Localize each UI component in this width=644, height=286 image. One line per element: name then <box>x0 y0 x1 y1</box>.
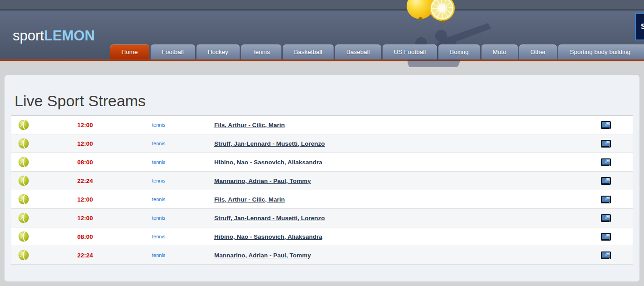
stream-row: 12:00 tennis Struff, Jan-Lennard - Muset… <box>11 134 633 153</box>
sport-label-link[interactable]: tennis <box>152 234 165 239</box>
tennis-ball-icon <box>18 175 29 186</box>
nav-tab-basketball[interactable]: Basketball <box>283 44 334 59</box>
tennis-ball-icon <box>18 231 29 242</box>
tv-icon[interactable] <box>601 196 611 203</box>
search-box-fragment-text: S <box>641 22 644 31</box>
stream-row: 22:24 tennis Mannarino, Adrian - Paul, T… <box>11 246 633 265</box>
tennis-ball-icon <box>18 250 29 261</box>
site-logo[interactable]: sportLEMON <box>13 28 95 44</box>
tv-icon[interactable] <box>601 214 611 222</box>
sport-icon-cell <box>11 138 52 149</box>
streams-table: 12:00 tennis Fils, Arthur - Cilic, Marin <box>11 115 633 265</box>
sport-icon-cell <box>11 250 52 261</box>
match-link[interactable]: Struff, Jan-Lennard - Musetti, Lorenzo <box>214 140 325 147</box>
stream-row: 08:00 tennis Hibino, Nao - Sasnovich, Al… <box>11 153 633 172</box>
tennis-ball-icon <box>18 138 29 149</box>
sport-label-link[interactable]: tennis <box>152 252 165 258</box>
stream-row: 12:00 tennis Fils, Arthur - Cilic, Marin <box>11 116 633 134</box>
match-link[interactable]: Fils, Arthur - Cilic, Marin <box>214 196 285 203</box>
match-link[interactable]: Mannarino, Adrian - Paul, Tommy <box>214 252 311 259</box>
logo-text-lemon: LEMON <box>44 28 95 44</box>
match-time: 08:00 <box>52 159 118 166</box>
nav-tab-sporting-body-building[interactable]: Sporting body building <box>558 44 644 59</box>
half-lemon-icon <box>429 0 455 21</box>
match-time: 22:24 <box>52 252 118 259</box>
logo-text-sport: sport <box>13 28 44 44</box>
content-panel: Live Sport Streams 12:00 tennis Fils, Ar… <box>5 75 639 281</box>
tennis-ball-icon <box>18 119 29 130</box>
top-strip <box>0 0 644 10</box>
nav-tab-baseball[interactable]: Baseball <box>335 44 381 59</box>
stream-cell <box>601 251 633 259</box>
nav-tab-other[interactable]: Other <box>519 44 557 59</box>
tv-icon[interactable] <box>601 140 611 148</box>
match-time: 12:00 <box>52 196 118 203</box>
match-link[interactable]: Mannarino, Adrian - Paul, Tommy <box>214 178 311 184</box>
tennis-ball-icon <box>18 212 29 223</box>
match-link[interactable]: Struff, Jan-Lennard - Musetti, Lorenzo <box>214 215 325 222</box>
nav-tab-boxing[interactable]: Boxing <box>438 44 480 59</box>
nav-tab-tennis[interactable]: Tennis <box>241 44 281 59</box>
tv-icon[interactable] <box>601 233 611 241</box>
sport-icon-cell <box>11 231 52 242</box>
site-header: sportLEMON HomeFootballHockeyTennisBaske… <box>0 10 644 59</box>
nav-tab-us-football[interactable]: US Football <box>383 44 438 59</box>
lemons-graphic <box>398 0 462 27</box>
stream-cell <box>601 233 633 241</box>
stream-cell <box>601 158 633 166</box>
nav-tab-moto[interactable]: Moto <box>482 44 518 59</box>
tv-icon[interactable] <box>601 121 611 129</box>
stream-cell <box>601 140 633 148</box>
match-time: 08:00 <box>52 233 118 240</box>
tv-icon[interactable] <box>601 177 611 185</box>
stream-row: 12:00 tennis Struff, Jan-Lennard - Muset… <box>11 209 633 227</box>
sport-label-link[interactable]: tennis <box>152 178 165 183</box>
sport-icon-cell <box>11 119 52 130</box>
main-nav: HomeFootballHockeyTennisBasketballBaseba… <box>109 44 644 59</box>
stream-cell <box>601 196 633 203</box>
sport-label-link[interactable]: tennis <box>152 215 165 221</box>
stream-cell <box>601 214 633 222</box>
match-link[interactable]: Fils, Arthur - Cilic, Marin <box>214 122 285 128</box>
sport-icon-cell <box>11 175 52 186</box>
page: sportLEMON HomeFootballHockeyTennisBaske… <box>0 0 644 286</box>
tv-icon[interactable] <box>601 251 611 259</box>
tv-icon[interactable] <box>601 158 611 166</box>
sport-icon-cell <box>11 157 52 168</box>
match-link[interactable]: Hibino, Nao - Sasnovich, Aliaksandra <box>214 159 322 166</box>
nav-tab-hockey[interactable]: Hockey <box>197 44 240 59</box>
stream-cell <box>601 121 633 129</box>
match-time: 22:24 <box>52 178 118 184</box>
header-accent-line <box>0 59 644 61</box>
stream-row: 08:00 tennis Hibino, Nao - Sasnovich, Al… <box>11 227 633 246</box>
nav-tab-list: HomeFootballHockeyTennisBasketballBaseba… <box>109 44 644 59</box>
page-title: Live Sport Streams <box>5 75 639 115</box>
tennis-ball-icon <box>18 157 29 168</box>
stream-row: 22:24 tennis Mannarino, Adrian - Paul, T… <box>11 172 633 190</box>
match-time: 12:00 <box>52 122 118 128</box>
sport-label-link[interactable]: tennis <box>152 141 165 146</box>
nav-tab-home[interactable]: Home <box>110 44 149 59</box>
search-box-partial[interactable]: S <box>635 13 644 40</box>
sport-label-link[interactable]: tennis <box>152 122 165 128</box>
sport-label-link[interactable]: tennis <box>152 159 165 165</box>
tennis-ball-icon <box>18 194 29 205</box>
stream-cell <box>601 177 633 185</box>
match-time: 12:00 <box>52 140 118 147</box>
stream-row: 12:00 tennis Fils, Arthur - Cilic, Marin <box>11 190 633 209</box>
nav-tab-football[interactable]: Football <box>151 44 195 59</box>
match-time: 12:00 <box>52 215 118 222</box>
sport-icon-cell <box>11 194 52 205</box>
match-link[interactable]: Hibino, Nao - Sasnovich, Aliaksandra <box>214 233 322 240</box>
sport-icon-cell <box>11 212 52 223</box>
sport-label-link[interactable]: tennis <box>152 197 165 202</box>
